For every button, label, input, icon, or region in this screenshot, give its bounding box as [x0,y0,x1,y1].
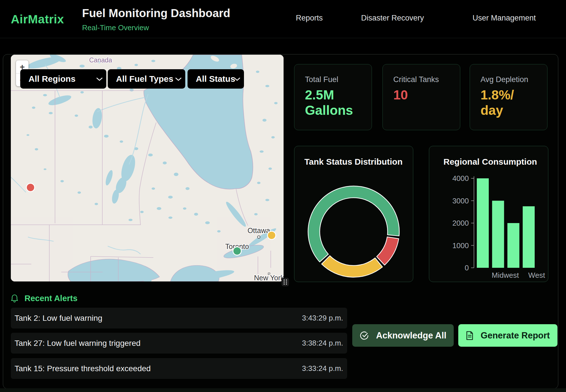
alert-time: 3:43:29 p.m. [302,314,343,322]
alert-row[interactable]: Tank 2: Low fuel warning 3:43:29 p.m. [11,308,347,328]
alert-text: Tank 15: Pressure threshold exceeded [15,364,151,373]
alert-time: 3:38:24 p.m. [302,339,343,348]
svg-text:2000: 2000 [452,219,469,227]
tank-map[interactable]: Canada Ottawa Toronto New York [11,55,284,281]
stat-label: Critical Tanks [393,75,460,84]
city-label-new-york: New York [254,274,284,281]
map-drag-handle[interactable] [282,278,289,286]
tank-status-donut-chart [294,146,414,282]
stat-card-total-fuel: Total Fuel 2.5MGallons [294,64,372,130]
map-canvas: Canada Ottawa Toronto New York [11,55,284,281]
bottom-strip [0,388,566,392]
city-label-ottawa: Ottawa [247,226,270,234]
bell-icon [11,294,18,303]
report-document-icon [466,331,473,340]
app-header: AirMatrix Fuel Monitoring Dashboard Real… [0,0,566,38]
brand-logo: AirMatrix [11,13,64,26]
svg-text:3000: 3000 [452,197,469,205]
alert-text: Tank 27: Low fuel warning triggered [15,339,141,348]
nav-item-reports[interactable]: Reports [296,14,323,23]
filter-regions-dropdown[interactable]: All Regions [20,69,106,89]
check-circle-icon [360,331,369,340]
ottawa-town-icon [258,236,260,238]
tank-status-chart-card: Tank Status Distribution [294,146,413,282]
generate-report-label: Generate Report [481,330,550,341]
svg-text:Midwest: Midwest [492,271,519,279]
fuel-monitoring-dashboard: AirMatrix Fuel Monitoring Dashboard Real… [0,0,566,392]
recent-alerts-title: Recent Alerts [25,294,78,303]
regional-consumption-bar-chart: 01000200030004000MidwestWest [429,146,549,282]
alert-row[interactable]: Tank 27: Low fuel warning triggered 3:38… [11,333,347,354]
page-subtitle: Real-Time Overview [82,23,149,32]
stat-label: Avg Depletion [481,75,547,84]
svg-text:0: 0 [465,264,469,272]
stat-value: 2.5MGallons [305,87,372,118]
country-label: Canada [89,56,112,64]
page-title: Fuel Monitoring Dashboard [82,7,230,20]
acknowledge-all-label: Acknowledge All [376,330,447,341]
stat-value: 1.8%/day [481,87,547,118]
filter-status-dropdown[interactable]: All Status [188,69,244,89]
nav-item-user-management[interactable]: User Management [473,14,536,23]
svg-text:4000: 4000 [452,174,469,183]
acknowledge-all-button[interactable]: Acknowledge All [352,324,454,347]
chevron-down-icon [175,77,182,81]
stat-value: 10 [393,87,460,103]
regional-consumption-chart-card: Regional Consumption 01000200030004000Mi… [429,146,548,282]
chevron-down-icon [234,77,240,81]
generate-report-button[interactable]: Generate Report [458,324,557,347]
nav-item-disaster-recovery[interactable]: Disaster Recovery [361,14,424,23]
stat-card-critical-tanks: Critical Tanks 10 [382,64,460,130]
filter-regions-value: All Regions [28,74,76,84]
filter-fuel-types-value: All Fuel Types [116,74,173,84]
chevron-down-icon [96,77,103,81]
alert-row[interactable]: Tank 15: Pressure threshold exceeded 3:3… [11,358,347,379]
svg-text:1000: 1000 [452,241,469,250]
filter-fuel-types-dropdown[interactable]: All Fuel Types [108,69,185,89]
alert-text: Tank 2: Low fuel warning [15,314,102,323]
stat-label: Total Fuel [305,75,372,84]
recent-alerts-header: Recent Alerts [11,293,78,304]
alert-time: 3:33:24 p.m. [302,364,343,373]
stat-card-avg-depletion: Avg Depletion 1.8%/day [470,64,547,130]
filter-status-value: All Status [196,74,235,84]
svg-text:West: West [528,271,545,279]
